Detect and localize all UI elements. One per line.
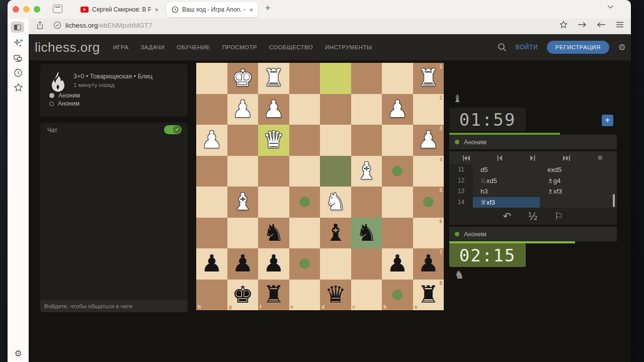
black-rook-piece[interactable]: ♜ (258, 280, 289, 311)
square-b3[interactable] (382, 125, 413, 156)
site-security-shield-icon[interactable] (53, 21, 61, 29)
square-g8[interactable]: ♚g (227, 280, 259, 311)
move-list-scrollbar[interactable] (613, 194, 615, 207)
move-dest-dot[interactable] (299, 197, 310, 207)
chevron-down-icon[interactable] (607, 5, 614, 9)
register-button[interactable]: РЕГИСТРАЦИЯ (547, 41, 609, 54)
white-pawn-piece[interactable]: ♟ (227, 94, 259, 125)
square-e8[interactable]: e (289, 280, 320, 311)
white-bishop-piece[interactable]: ♝ (227, 187, 259, 218)
square-h1[interactable] (196, 63, 227, 94)
square-e3[interactable] (289, 125, 320, 156)
square-a6[interactable]: 6 (413, 218, 444, 249)
square-f7[interactable]: ♟ (258, 248, 289, 280)
bookmarks-star-icon[interactable] (8, 83, 29, 92)
browser-settings-gear-icon[interactable]: ⚙ (8, 348, 29, 359)
square-h8[interactable]: h (196, 280, 227, 311)
square-d4[interactable] (320, 156, 351, 187)
square-c1[interactable] (351, 63, 382, 94)
black-move[interactable] (540, 197, 617, 208)
tab-lichess[interactable]: Ваш ход - Игра Anon. - lichess. × (167, 2, 258, 17)
black-bishop-piece[interactable]: ♝ (320, 218, 351, 249)
square-a3[interactable]: ♟3 (413, 125, 444, 156)
white-knight-piece[interactable]: ♞ (320, 187, 351, 218)
white-bishop-piece[interactable]: ♝ (351, 156, 382, 187)
next-move-icon[interactable] (516, 155, 550, 161)
black-pawn-piece[interactable]: ♟ (258, 248, 289, 280)
square-e5[interactable] (289, 187, 320, 218)
nav-item[interactable]: ИНСТРУМЕНТЫ (325, 44, 372, 50)
square-h6[interactable] (196, 218, 227, 249)
nav-item[interactable]: ПРОСМОТР (222, 44, 257, 50)
login-link[interactable]: ВОЙТИ (516, 44, 538, 51)
square-f2[interactable]: ♟ (258, 94, 289, 125)
zoom-window-button[interactable] (34, 6, 40, 13)
square-c6[interactable]: ♞ (351, 218, 382, 249)
nav-item[interactable]: ЗАДАЧИ (140, 44, 165, 50)
offer-draw-icon[interactable]: ½ (528, 210, 537, 222)
address-bar[interactable]: lichess.org/ebENMpvbMGT7 (37, 21, 152, 29)
square-c2[interactable] (351, 94, 382, 125)
square-b1[interactable] (382, 63, 413, 94)
square-e6[interactable] (289, 218, 320, 249)
white-move[interactable]: ♘xd5 (473, 175, 540, 187)
back-arrow-icon[interactable] (597, 22, 606, 28)
square-c8[interactable]: c (351, 280, 382, 311)
resign-flag-icon[interactable]: ⚐ (554, 210, 564, 222)
move-dest-dot[interactable] (299, 258, 310, 269)
lichess-logo[interactable]: lichess.org (35, 40, 100, 55)
tab-groups-icon[interactable] (8, 54, 29, 63)
takeback-icon[interactable]: ↶ (503, 210, 511, 222)
square-a1[interactable]: ♜1 (413, 63, 444, 94)
first-move-icon[interactable] (449, 155, 483, 161)
bottom-player-row[interactable]: Аноним (449, 227, 617, 241)
move-dest-dot[interactable] (392, 166, 403, 176)
square-d2[interactable] (320, 94, 351, 125)
black-knight-piece[interactable]: ♞ (258, 218, 289, 249)
square-h5[interactable] (196, 187, 227, 218)
minimize-window-button[interactable] (23, 6, 30, 13)
square-b6[interactable] (382, 218, 413, 249)
square-e1[interactable] (289, 63, 320, 94)
black-pawn-piece[interactable]: ♟ (382, 248, 413, 280)
square-d3[interactable] (320, 125, 351, 156)
square-g2[interactable]: ♟ (227, 94, 259, 125)
square-e7[interactable] (289, 248, 320, 280)
tab-overview-icon[interactable] (53, 5, 62, 13)
share-icon[interactable] (37, 21, 43, 29)
square-f6[interactable]: ♞ (258, 218, 289, 249)
square-c7[interactable] (351, 248, 382, 280)
square-g1[interactable]: ♚ (227, 63, 259, 94)
new-tab-button[interactable]: + (265, 3, 271, 14)
move-menu-icon[interactable]: ≡ (583, 153, 617, 162)
prev-move-icon[interactable] (483, 155, 517, 161)
top-player-row[interactable]: Аноним (449, 135, 617, 149)
nav-item[interactable]: ОБУЧЕНИЕ (177, 44, 210, 50)
square-a5[interactable]: 5 (413, 187, 444, 218)
last-move-icon[interactable] (550, 155, 584, 161)
square-b7[interactable]: ♟ (382, 248, 413, 280)
black-pawn-piece[interactable]: ♟ (196, 248, 227, 280)
white-pawn-piece[interactable]: ♟ (258, 94, 289, 125)
square-e4[interactable] (289, 156, 320, 187)
black-king-piece[interactable]: ♚ (227, 280, 259, 311)
close-tab-icon[interactable]: × (249, 6, 253, 14)
tab-youtube[interactable]: Сергей Смирнов: В России бо × (75, 2, 164, 17)
add-time-button[interactable]: + (602, 115, 613, 126)
close-window-button[interactable] (13, 6, 19, 13)
white-pawn-piece[interactable]: ♟ (382, 94, 413, 125)
black-move[interactable]: exd5 (540, 164, 617, 175)
square-c5[interactable] (351, 187, 382, 218)
square-b5[interactable] (382, 187, 413, 218)
square-d1[interactable] (320, 63, 351, 94)
white-king-piece[interactable]: ♚ (227, 63, 259, 94)
history-clock-icon[interactable] (8, 68, 29, 77)
square-h4[interactable] (196, 156, 227, 187)
square-h3[interactable]: ♟ (196, 125, 227, 156)
white-queen-piece[interactable]: ♛ (258, 125, 289, 156)
square-f3[interactable]: ♛ (258, 125, 289, 156)
ai-sparkle-icon[interactable] (8, 39, 29, 49)
white-move[interactable]: d5 (473, 164, 540, 175)
search-icon[interactable] (498, 43, 507, 52)
square-f5[interactable] (258, 187, 289, 218)
